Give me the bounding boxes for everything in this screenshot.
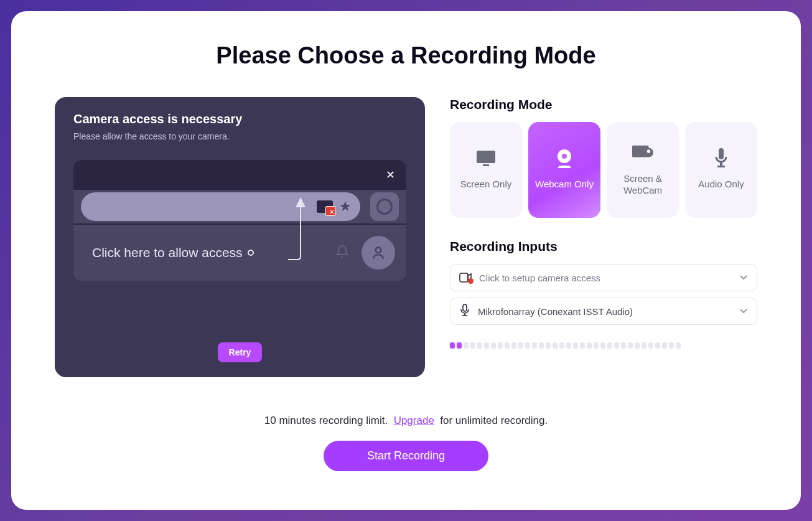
mode-screen-only[interactable]: Screen Only (450, 122, 522, 218)
avatar-icon (362, 236, 395, 270)
level-segment (676, 342, 681, 349)
level-segment (614, 342, 619, 349)
level-segment (580, 342, 585, 349)
level-segment (587, 342, 592, 349)
extension-icon (370, 192, 399, 221)
camera-input-text: Click to setup camera access (479, 273, 732, 283)
level-segment (642, 342, 646, 349)
level-segment (525, 342, 530, 349)
level-segment (477, 342, 482, 349)
level-segment (648, 342, 653, 349)
monitor-icon (475, 149, 497, 167)
browser-mock: ✕ ✕ ★ Click here to allow access (73, 160, 406, 281)
level-segment (635, 342, 640, 349)
right-col: Recording Mode Screen Only Webcam Only (450, 97, 757, 377)
panel-sub: Please allow the access to your camera. (73, 131, 406, 141)
panel-heading: Camera access is necessary (73, 112, 406, 126)
microphone-icon (459, 304, 470, 319)
svg-rect-10 (717, 166, 725, 167)
level-segment (457, 342, 462, 349)
mic-input-select[interactable]: Mikrofonarray (Conexant ISST Audio) (450, 298, 757, 325)
camera-icon (459, 273, 472, 283)
level-segment (470, 342, 475, 349)
page-title: Please Choose a Recording Mode (55, 42, 757, 69)
chevron-down-icon (739, 272, 748, 283)
retry-button[interactable]: Retry (218, 342, 263, 362)
level-segment (573, 342, 578, 349)
limit-text: 10 minutes recording limit. Upgrade for … (55, 415, 757, 427)
start-recording-button[interactable]: Start Recording (324, 441, 488, 471)
svg-rect-8 (719, 148, 724, 159)
level-segment (498, 342, 503, 349)
level-segment (594, 342, 599, 349)
level-segment (484, 342, 489, 349)
svg-point-4 (562, 154, 567, 159)
footer: 10 minutes recording limit. Upgrade for … (55, 415, 757, 471)
audio-level-meter (450, 342, 757, 349)
level-segment (539, 342, 544, 349)
svg-rect-11 (460, 273, 468, 282)
screen-webcam-icon (632, 144, 653, 161)
level-segment (464, 342, 469, 349)
level-segment (505, 342, 510, 349)
level-segment (450, 342, 455, 349)
svg-point-0 (376, 247, 381, 253)
camera-access-panel: Camera access is necessary Please allow … (55, 97, 425, 377)
svg-rect-1 (477, 151, 495, 163)
recording-inputs-heading: Recording Inputs (450, 239, 757, 254)
level-segment (511, 342, 516, 349)
mode-audio-only[interactable]: Audio Only (685, 122, 757, 218)
level-segment (518, 342, 523, 349)
address-bar-mock: ✕ ★ (81, 192, 360, 221)
level-segment (600, 342, 605, 349)
level-segment (607, 342, 612, 349)
mode-webcam-only[interactable]: Webcam Only (528, 122, 600, 218)
level-segment (532, 342, 537, 349)
chevron-down-icon (739, 306, 748, 317)
camera-blocked-icon: ✕ (317, 200, 333, 213)
microphone-icon (711, 149, 732, 167)
level-segment (559, 342, 564, 349)
svg-rect-2 (483, 164, 489, 166)
mic-input-text: Mikrofonarray (Conexant ISST Audio) (478, 306, 732, 317)
camera-input-select[interactable]: Click to setup camera access (450, 264, 757, 291)
recording-mode-heading: Recording Mode (450, 97, 757, 112)
bell-icon (335, 244, 349, 261)
level-segment (655, 342, 660, 349)
svg-rect-9 (720, 162, 722, 166)
level-segment (553, 342, 558, 349)
mode-screen-webcam[interactable]: Screen & WebCam (607, 122, 679, 218)
star-icon: ★ (339, 199, 352, 215)
upgrade-link[interactable]: Upgrade (394, 415, 434, 426)
level-segment (621, 342, 626, 349)
level-segment (491, 342, 496, 349)
level-segment (662, 342, 667, 349)
level-segment (566, 342, 571, 349)
main-card: Please Choose a Recording Mode Camera ac… (11, 11, 801, 510)
pointer-dot-icon (248, 250, 254, 256)
level-segment (669, 342, 674, 349)
close-icon: ✕ (386, 168, 395, 182)
left-col: Camera access is necessary Please allow … (55, 97, 425, 377)
mode-grid: Screen Only Webcam Only Screen & WebCam (450, 122, 757, 218)
svg-rect-12 (463, 304, 467, 311)
level-segment (628, 342, 633, 349)
level-segment (546, 342, 551, 349)
click-here-text: Click here to allow access (92, 245, 254, 260)
webcam-icon (554, 149, 575, 167)
svg-point-7 (647, 149, 651, 153)
columns: Camera access is necessary Please allow … (55, 97, 757, 377)
